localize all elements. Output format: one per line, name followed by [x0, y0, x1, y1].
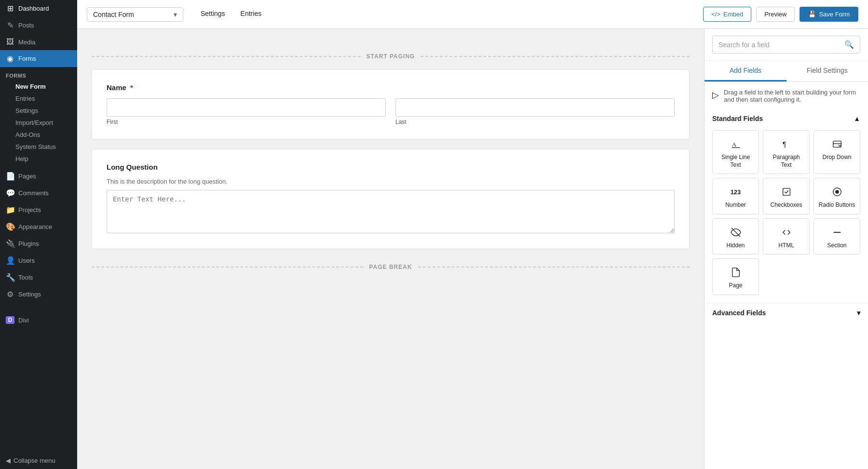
field-card-checkboxes[interactable]: Checkboxes [763, 178, 810, 214]
tab-add-fields[interactable]: Add Fields [705, 61, 787, 81]
panel-tabs: Add Fields Field Settings [705, 61, 868, 82]
divi-icon: D [6, 316, 14, 324]
search-bar: 🔍 [705, 29, 868, 61]
drop-down-icon [832, 137, 842, 151]
media-icon: 🖼 [6, 38, 14, 46]
form-selector-chevron: ▾ [174, 11, 177, 18]
sidebar-sub-new-form[interactable]: New Form [0, 80, 77, 93]
sidebar-item-divi[interactable]: D Divi [0, 312, 77, 328]
first-name-wrap: First [107, 98, 386, 125]
last-name-input[interactable] [395, 98, 675, 117]
topbar-actions: </> Embed Preview 💾 Save Form [703, 7, 858, 22]
radio-buttons-icon [832, 185, 842, 199]
standard-fields-header[interactable]: Standard Fields ▲ [712, 110, 860, 127]
appearance-icon: 🎨 [6, 222, 14, 231]
sidebar: ⊞ Dashboard ✎ Posts 🖼 Media ◉ Forms ◀ Fo… [0, 0, 77, 469]
field-card-paragraph-text[interactable]: ¶ Paragraph Text [763, 130, 810, 174]
paragraph-text-label: Paragraph Text [767, 154, 805, 169]
sidebar-sub-entries[interactable]: Entries [0, 93, 77, 105]
field-card-drop-down[interactable]: Drop Down [814, 130, 860, 174]
advanced-fields-header[interactable]: Advanced Fields ▾ [705, 303, 868, 322]
start-paging-divider: START PAGING [92, 53, 690, 60]
html-icon [781, 226, 792, 239]
tab-field-settings[interactable]: Field Settings [787, 61, 868, 81]
number-label: Number [725, 201, 746, 209]
main-wrap: Contact Form ▾ Settings Entries </> Embe… [77, 0, 868, 469]
expand-advanced-icon: ▾ [857, 309, 860, 317]
field-card-single-line-text[interactable]: A Single Line Text [712, 130, 759, 174]
paragraph-text-icon: ¶ [781, 137, 792, 151]
single-line-text-label: Single Line Text [717, 154, 755, 169]
pages-icon: 📄 [6, 172, 14, 181]
fields-grid: A Single Line Text ¶ Paragraph Text [712, 130, 860, 295]
svg-line-8 [731, 228, 740, 237]
form-name: Contact Form [93, 11, 134, 18]
svg-text:¶: ¶ [782, 140, 786, 148]
field-card-radio-buttons[interactable]: Radio Buttons [814, 178, 860, 214]
users-icon: 👤 [6, 256, 14, 265]
tab-entries[interactable]: Entries [233, 1, 270, 27]
tools-icon: 🔧 [6, 273, 14, 282]
first-label: First [107, 119, 386, 125]
search-input[interactable] [719, 41, 841, 49]
search-input-wrap: 🔍 [712, 36, 860, 54]
name-field-label: Name * [107, 83, 675, 92]
tab-settings[interactable]: Settings [193, 1, 233, 27]
sidebar-item-projects[interactable]: 📁 Projects [0, 201, 77, 218]
sidebar-item-posts[interactable]: ✎ Posts [0, 17, 77, 34]
form-selector[interactable]: Contact Form ▾ [87, 7, 183, 22]
section-icon [832, 226, 842, 239]
svg-text:A: A [732, 141, 736, 148]
long-question-description: This is the description for the long que… [107, 178, 675, 185]
save-icon: 💾 [808, 11, 816, 18]
sidebar-item-tools[interactable]: 🔧 Tools [0, 269, 77, 286]
field-card-page[interactable]: Page [712, 258, 759, 295]
field-card-section[interactable]: Section [814, 218, 860, 255]
forms-active-arrow: ◀ [66, 54, 71, 63]
comments-icon: 💬 [6, 188, 14, 198]
plugins-icon: 🔌 [6, 239, 14, 248]
save-form-button[interactable]: 💾 Save Form [800, 7, 858, 22]
drop-down-label: Drop Down [822, 154, 851, 161]
sidebar-sub-add-ons[interactable]: Add-Ons [0, 129, 77, 141]
form-canvas: START PAGING Name * First Last [77, 29, 704, 469]
long-question-textarea[interactable] [107, 190, 675, 233]
sidebar-item-settings[interactable]: ⚙ Settings [0, 286, 77, 303]
field-card-number[interactable]: 123 Number [712, 178, 759, 214]
sidebar-item-users[interactable]: 👤 Users [0, 252, 77, 269]
sidebar-item-media[interactable]: 🖼 Media [0, 34, 77, 50]
collapse-menu-button[interactable]: ◀ Collapse menu [0, 452, 77, 469]
page-label: Page [729, 282, 742, 290]
long-question-field-block: Long Question This is the description fo… [92, 149, 690, 249]
first-name-input[interactable] [107, 98, 386, 117]
forms-section-label: Forms [0, 67, 77, 80]
field-card-html[interactable]: HTML [763, 218, 810, 255]
embed-button[interactable]: </> Embed [703, 7, 751, 22]
sidebar-item-dashboard[interactable]: ⊞ Dashboard [0, 0, 77, 17]
topbar-tabs: Settings Entries [193, 1, 269, 27]
svg-point-7 [835, 190, 839, 194]
field-card-hidden[interactable]: Hidden [712, 218, 759, 255]
sidebar-sub-import-export[interactable]: Import/Export [0, 117, 77, 129]
sidebar-sub-help[interactable]: Help [0, 153, 77, 165]
drag-hint: ▷ Drag a field to the left to start buil… [705, 82, 868, 110]
checkboxes-icon [781, 185, 792, 199]
html-label: HTML [778, 242, 794, 250]
embed-icon: </> [711, 11, 720, 18]
sidebar-sub-settings[interactable]: Settings [0, 105, 77, 117]
sidebar-item-plugins[interactable]: 🔌 Plugins [0, 235, 77, 252]
radio-buttons-label: Radio Buttons [819, 201, 855, 209]
search-icon: 🔍 [844, 40, 854, 49]
sidebar-item-pages[interactable]: 📄 Pages [0, 168, 77, 185]
sidebar-item-appearance[interactable]: 🎨 Appearance [0, 218, 77, 235]
sidebar-item-forms[interactable]: ◉ Forms ◀ [0, 50, 77, 67]
content-area: START PAGING Name * First Last [77, 29, 868, 469]
standard-fields-section: Standard Fields ▲ A Single Line Text [705, 110, 868, 303]
single-line-text-icon: A [731, 137, 741, 151]
preview-button[interactable]: Preview [756, 7, 795, 22]
sidebar-sub-system-status[interactable]: System Status [0, 141, 77, 153]
svg-rect-5 [783, 188, 790, 196]
last-name-wrap: Last [395, 98, 675, 125]
forms-icon: ◉ [6, 54, 14, 63]
sidebar-item-comments[interactable]: 💬 Comments [0, 185, 77, 201]
